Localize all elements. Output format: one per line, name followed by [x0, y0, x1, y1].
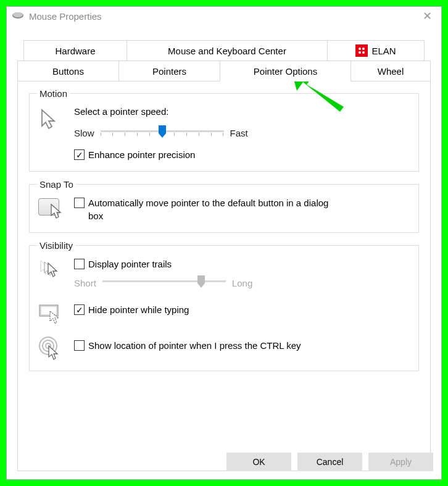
- motion-cursor-icon: [37, 106, 74, 132]
- tab-body: Motion Select a pointer speed: Slow: [17, 81, 431, 471]
- checkbox-icon: [74, 149, 85, 160]
- tab-pointers[interactable]: Pointers: [118, 61, 220, 82]
- pointer-speed-label: Select a pointer speed:: [74, 106, 411, 117]
- tab-wheel[interactable]: Wheel: [351, 61, 431, 82]
- elan-icon: [355, 44, 368, 57]
- long-label: Long: [232, 278, 252, 288]
- visibility-legend: Visibility: [37, 240, 75, 251]
- svg-point-5: [362, 51, 365, 54]
- trails-slider: [102, 275, 226, 290]
- snapto-icon: [37, 197, 74, 220]
- cancel-button[interactable]: Cancel: [297, 453, 362, 471]
- checkbox-icon: [74, 259, 85, 269]
- checkbox-icon: [74, 304, 85, 315]
- slider-thumb-disabled: [197, 275, 205, 288]
- svg-point-3: [362, 48, 365, 50]
- visibility-group: Visibility Display pointer trails: [29, 240, 419, 371]
- snapto-legend: Snap To: [37, 179, 76, 190]
- apply-button[interactable]: Apply: [368, 453, 433, 471]
- short-label: Short: [74, 278, 96, 288]
- dialog-content: Hardware Mouse and Keyboard Center ELAN …: [15, 40, 433, 471]
- ok-button[interactable]: OK: [226, 453, 291, 471]
- window-title: Mouse Properties: [29, 11, 102, 22]
- svg-point-4: [359, 51, 361, 54]
- tab-buttons[interactable]: Buttons: [17, 61, 119, 82]
- hide-typing-checkbox[interactable]: Hide pointer while typing: [74, 304, 411, 316]
- hide-typing-icon: [37, 301, 74, 324]
- tab-mouse-keyboard-center[interactable]: Mouse and Keyboard Center: [127, 40, 328, 61]
- svg-point-1: [13, 12, 23, 17]
- pointer-trails-checkbox[interactable]: Display pointer trails: [74, 258, 411, 270]
- slider-thumb[interactable]: [158, 125, 167, 138]
- tab-pointer-options[interactable]: Pointer Options: [220, 61, 351, 82]
- dialog-buttons: OK Cancel Apply: [226, 453, 433, 471]
- svg-point-2: [359, 48, 361, 50]
- tab-elan[interactable]: ELAN: [327, 40, 425, 61]
- checkbox-icon: [74, 198, 85, 208]
- ctrl-locate-checkbox[interactable]: Show location of pointer when I press th…: [74, 340, 411, 352]
- mouse-properties-window: Mouse Properties ✕ Hardware Mouse and Ke…: [6, 6, 442, 480]
- close-icon[interactable]: ✕: [418, 7, 436, 25]
- snapto-checkbox[interactable]: Automatically move pointer to the defaul…: [74, 197, 411, 222]
- svg-rect-7: [41, 306, 57, 315]
- motion-legend: Motion: [37, 88, 70, 99]
- checkbox-icon: [74, 340, 85, 351]
- enhance-precision-checkbox[interactable]: Enhance pointer precision: [74, 149, 411, 161]
- ctrl-locate-icon: [37, 335, 74, 361]
- snapto-group: Snap To Automatically move pointer to th…: [29, 179, 419, 233]
- trails-icon: [37, 258, 74, 280]
- mouse-icon: [12, 11, 24, 21]
- motion-group: Motion Select a pointer speed: Slow: [29, 88, 419, 172]
- fast-label: Fast: [230, 128, 248, 138]
- titlebar[interactable]: Mouse Properties ✕: [7, 7, 441, 25]
- tab-hardware[interactable]: Hardware: [23, 40, 127, 61]
- slow-label: Slow: [74, 128, 94, 138]
- pointer-speed-slider[interactable]: [101, 125, 224, 140]
